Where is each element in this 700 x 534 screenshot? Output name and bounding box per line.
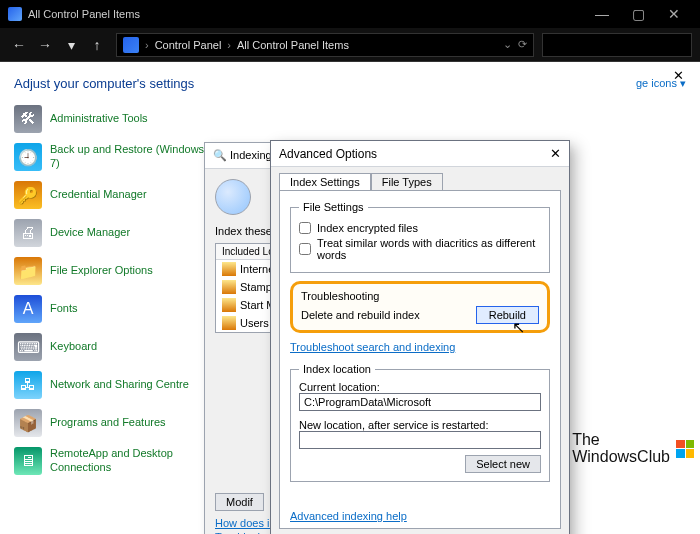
minimize-button[interactable]: — — [584, 6, 620, 22]
troubleshooting-highlight: Troubleshooting Delete and rebuild index… — [290, 281, 550, 333]
cp-item-label: Programs and Features — [50, 416, 166, 430]
cp-item-label: Credential Manager — [50, 188, 147, 202]
recent-locations-button[interactable]: ▾ — [60, 34, 82, 56]
cp-item-label: Administrative Tools — [50, 112, 148, 126]
breadcrumb-sep: › — [145, 39, 149, 51]
admin-tools-icon: 🛠 — [14, 105, 42, 133]
group-legend: Index location — [299, 363, 375, 375]
credential-icon: 🔑 — [14, 181, 42, 209]
cp-item-label: Fonts — [50, 302, 78, 316]
rebuild-label: Delete and rebuild index — [301, 309, 420, 321]
current-location-label: Current location: — [299, 381, 541, 393]
modify-button[interactable]: Modif — [215, 493, 264, 511]
programs-icon: 📦 — [14, 409, 42, 437]
watermark: The WindowsClub — [572, 432, 694, 466]
rebuild-button[interactable]: Rebuild — [476, 306, 539, 324]
forward-button[interactable]: → — [34, 34, 56, 56]
folder-icon — [222, 316, 236, 330]
checkbox-label: Index encrypted files — [317, 222, 418, 234]
dialog-title: Advanced Options — [279, 147, 377, 161]
refresh-icon[interactable]: ⟳ — [518, 38, 527, 51]
watermark-text: WindowsClub — [572, 449, 670, 466]
control-panel-body: Adjust your computer's settings ge icons… — [0, 62, 700, 534]
cp-item-network-sharing[interactable]: 🖧Network and Sharing Centre — [14, 371, 209, 399]
fonts-icon: A — [14, 295, 42, 323]
new-location-field[interactable] — [299, 431, 541, 449]
control-panel-items: 🛠Administrative Tools 🕘Back up and Resto… — [14, 105, 209, 475]
tab-index-settings[interactable]: Index Settings — [279, 173, 371, 190]
window-titlebar: All Control Panel Items — ▢ ✕ — [0, 0, 700, 28]
folder-icon: 📁 — [14, 257, 42, 285]
cp-item-credential-manager[interactable]: 🔑Credential Manager — [14, 181, 209, 209]
breadcrumb-item[interactable]: Control Panel — [155, 39, 222, 51]
diacritics-checkbox[interactable]: Treat similar words with diacritics as d… — [299, 237, 541, 261]
advanced-options-dialog: Advanced Options ✕ Index Settings File T… — [270, 140, 570, 534]
backup-icon: 🕘 — [14, 143, 42, 171]
close-icon[interactable]: ✕ — [673, 68, 684, 83]
tab-content: File Settings Index encrypted files Trea… — [279, 190, 561, 529]
cp-item-device-manager[interactable]: 🖨Device Manager — [14, 219, 209, 247]
up-button[interactable]: ↑ — [86, 34, 108, 56]
page-title: Adjust your computer's settings — [14, 76, 194, 91]
folder-icon — [222, 262, 236, 276]
cp-item-backup-restore[interactable]: 🕘Back up and Restore (Windows 7) — [14, 143, 209, 171]
back-button[interactable]: ← — [8, 34, 30, 56]
close-icon[interactable]: ✕ — [550, 146, 561, 161]
troubleshoot-search-link[interactable]: Troubleshoot search and indexing — [290, 341, 455, 353]
cp-item-file-explorer-options[interactable]: 📁File Explorer Options — [14, 257, 209, 285]
cp-item-fonts[interactable]: AFonts — [14, 295, 209, 323]
cp-item-admin-tools[interactable]: 🛠Administrative Tools — [14, 105, 209, 133]
cp-item-label: Network and Sharing Centre — [50, 378, 189, 392]
folder-icon — [222, 298, 236, 312]
control-panel-icon — [123, 37, 139, 53]
breadcrumb-item[interactable]: All Control Panel Items — [237, 39, 349, 51]
windows-logo-icon — [676, 440, 694, 458]
keyboard-icon: ⌨ — [14, 333, 42, 361]
watermark-text: The — [572, 432, 670, 449]
cp-item-remoteapp[interactable]: 🖥RemoteApp and Desktop Connections — [14, 447, 209, 475]
cp-item-label: File Explorer Options — [50, 264, 153, 278]
new-location-label: New location, after service is restarted… — [299, 419, 541, 431]
maximize-button[interactable]: ▢ — [620, 6, 656, 22]
address-bar[interactable]: › Control Panel › All Control Panel Item… — [116, 33, 534, 57]
search-input[interactable] — [542, 33, 692, 57]
cp-item-label: Device Manager — [50, 226, 130, 240]
cp-item-label: RemoteApp and Desktop Connections — [50, 447, 209, 475]
index-encrypted-checkbox[interactable]: Index encrypted files — [299, 222, 541, 234]
breadcrumb-sep: › — [227, 39, 231, 51]
address-dropdown-icon[interactable]: ⌄ — [503, 38, 512, 51]
folder-icon — [222, 280, 236, 294]
remoteapp-icon: 🖥 — [14, 447, 42, 475]
group-legend: File Settings — [299, 201, 368, 213]
cp-item-label: Keyboard — [50, 340, 97, 354]
navigation-bar: ← → ▾ ↑ › Control Panel › All Control Pa… — [0, 28, 700, 62]
group-legend: Troubleshooting — [301, 290, 539, 302]
window-title: All Control Panel Items — [28, 8, 584, 20]
select-new-button[interactable]: Select new — [465, 455, 541, 473]
file-settings-group: File Settings Index encrypted files Trea… — [290, 201, 550, 273]
cp-item-programs-features[interactable]: 📦Programs and Features — [14, 409, 209, 437]
close-window-button[interactable]: ✕ — [656, 6, 692, 22]
advanced-help-link[interactable]: Advanced indexing help — [290, 510, 407, 522]
magnifier-icon — [215, 179, 251, 215]
cp-item-label: Back up and Restore (Windows 7) — [50, 143, 209, 171]
cp-item-keyboard[interactable]: ⌨Keyboard — [14, 333, 209, 361]
tab-file-types[interactable]: File Types — [371, 173, 443, 190]
checkbox-label: Treat similar words with diacritics as d… — [317, 237, 541, 261]
index-location-group: Index location Current location: New loc… — [290, 363, 550, 482]
device-icon: 🖨 — [14, 219, 42, 247]
control-panel-icon — [8, 7, 22, 21]
network-icon: 🖧 — [14, 371, 42, 399]
current-location-field[interactable] — [299, 393, 541, 411]
